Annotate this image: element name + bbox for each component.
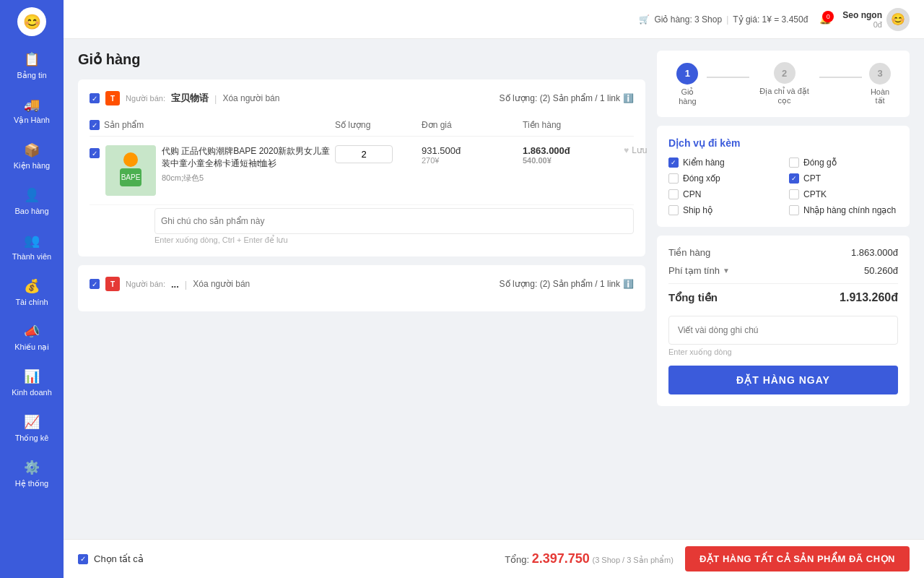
total-amount: 2.397.750	[532, 551, 590, 566]
cart-text: Giỏ hàng: 3 Shop	[654, 14, 722, 25]
step-2-circle: 2	[774, 62, 796, 84]
summary-note-input[interactable]	[668, 316, 898, 345]
quantity-input[interactable]	[335, 145, 393, 163]
header-total: Tiền hàng	[523, 120, 624, 130]
seller-name-2: ...	[171, 279, 179, 290]
main-wrapper: 🛒 Giỏ hàng: 3 Shop | Tỷ giá: 1¥ = 3.450đ…	[64, 0, 924, 578]
seller-row-2: ✓ T Người bán: ... | Xóa người bán Số lư…	[90, 277, 634, 291]
kiem-hang-checkbox[interactable]: ✓	[668, 158, 679, 168]
step-1-circle: 1	[676, 63, 698, 85]
cptk-checkbox[interactable]	[789, 189, 799, 199]
step-line-1	[707, 77, 749, 78]
sidebar-item-thong-ke[interactable]: 📈 Thống kê	[0, 406, 64, 452]
dong-xop-checkbox[interactable]	[668, 173, 679, 184]
delete-seller-btn-2[interactable]: Xóa người bán	[193, 279, 250, 289]
header-checkbox[interactable]: ✓	[90, 120, 100, 130]
heart-icon: ♥	[624, 145, 629, 155]
quantity-text-2: Số lượng: (2) Sản phẩm / 1 link	[500, 279, 620, 289]
step-3-label: Hoàn tất	[865, 87, 895, 105]
sidebar-item-kien-hang[interactable]: 📦 Kiện hàng	[0, 134, 64, 180]
tong-tien-row: Tổng tiền 1.913.260đ	[668, 291, 898, 304]
seller-2-checkbox[interactable]: ✓	[90, 279, 100, 289]
bottom-right: Tổng: 2.397.750 (3 Shop / 3 Sản phẩm) ĐẶ…	[505, 546, 910, 571]
kien-hang-icon: 📦	[24, 143, 40, 159]
step-1-label: Giỏ hàng	[671, 87, 704, 105]
cart-icon: 🛒	[639, 14, 650, 25]
header: 🛒 Giỏ hàng: 3 Shop | Tỷ giá: 1¥ = 3.450đ…	[64, 0, 924, 39]
service-ship-ho: Ship hộ	[668, 205, 777, 215]
sidebar-item-kinh-doanh[interactable]: 📊 Kinh doanh	[0, 361, 64, 406]
bottom-order-btn[interactable]: ĐẶT HÀNG TẤT CẢ SẢN PHẨM ĐÃ CHỌN	[685, 546, 910, 571]
taobao-icon-2: T	[105, 277, 120, 291]
step-1: 1 Giỏ hàng	[671, 63, 704, 105]
tai-chinh-icon: 💰	[24, 279, 40, 295]
product-checkbox[interactable]: ✓	[90, 148, 100, 158]
sidebar-item-bao-hang[interactable]: 👤 Bao hàng	[0, 179, 64, 225]
select-all-checkbox[interactable]: ✓	[78, 554, 88, 564]
sidebar-item-bang-tin[interactable]: 📋 Bảng tin	[0, 43, 64, 89]
step-3-circle: 3	[869, 63, 891, 85]
service-cpn: CPN	[668, 189, 777, 199]
bell-badge: 0	[822, 11, 834, 22]
sidebar-item-van-hanh[interactable]: 🚚 Vận Hành	[0, 89, 64, 134]
note-hint: Enter xuống dòng, Ctrl + Enter để lưu	[154, 236, 634, 245]
kinh-doanh-icon: 📊	[24, 369, 40, 385]
taobao-icon: T	[105, 91, 120, 105]
he-thong-icon: ⚙️	[24, 460, 40, 476]
info-icon-2[interactable]: ℹ️	[623, 279, 634, 289]
summary-note-hint: Enter xuống dòng	[668, 348, 898, 357]
product-name: 代购 正品代购潮牌BAPE 2020新款男女儿童装中童小童全棉卡通短袖t恤衫	[162, 145, 335, 170]
product-row: ✓ BAPE 代购 正品代购潮牌BAPE 2020新款男女儿	[90, 137, 634, 205]
user-info: Seo ngon 0đ 😊	[842, 8, 910, 31]
ship-ho-checkbox[interactable]	[668, 205, 679, 215]
unit-price-cell: 931.500đ 270¥	[422, 145, 523, 165]
content-area: Giỏ hàng ✓ T Người bán: 宝贝物语 | Xóa người…	[64, 39, 924, 539]
bottom-bar: ✓ Chọn tất cả Tổng: 2.397.750 (3 Shop / …	[64, 539, 924, 578]
notification-bell[interactable]: 🔔 0	[819, 14, 831, 25]
product-note-input[interactable]	[154, 208, 634, 234]
dong-go-checkbox[interactable]	[789, 158, 799, 168]
delete-seller-btn[interactable]: Xóa người bán	[222, 93, 279, 103]
sidebar-item-khieu-nai[interactable]: 📣 Khiếu nại	[0, 316, 64, 361]
van-hanh-icon: 🚚	[24, 98, 40, 113]
note-area: Enter xuống dòng, Ctrl + Enter để lưu	[90, 208, 634, 245]
thanh-vien-icon: 👥	[24, 233, 40, 249]
nhap-hang-checkbox[interactable]	[789, 205, 799, 215]
step-line-2	[819, 77, 862, 78]
sidebar-item-tai-chinh[interactable]: 💰 Tài chính	[0, 270, 64, 316]
seller-row: ✓ T Người bán: 宝贝物语 | Xóa người bán Số l…	[90, 91, 634, 105]
user-balance: 0đ	[842, 20, 882, 29]
service-dong-go: Đóng gỗ	[789, 158, 898, 168]
seller-checkbox[interactable]: ✓	[90, 93, 100, 103]
seller-name: 宝贝物语	[171, 92, 209, 105]
header-quantity: Số lượng	[335, 120, 422, 130]
svg-text:BAPE: BAPE	[121, 173, 141, 181]
tien-hang-row: Tiền hàng 1.863.000đ	[668, 247, 898, 258]
thong-ke-icon: 📈	[24, 415, 40, 431]
step-3: 3 Hoàn tất	[865, 63, 895, 105]
cpn-checkbox[interactable]	[668, 189, 679, 199]
svg-point-1	[123, 152, 138, 167]
service-nhap-hang: Nhập hàng chính ngạch	[789, 205, 898, 215]
summary-box: Tiền hàng 1.863.000đ Phí tạm tính ▼ 50.2…	[657, 236, 910, 406]
sidebar-item-he-thong[interactable]: ⚙️ Hệ thống	[0, 452, 64, 497]
seller-left-2: ✓ T Người bán: ... | Xóa người bán	[90, 277, 250, 291]
order-now-btn[interactable]: ĐẶT HÀNG NGAY	[668, 366, 898, 394]
user-avatar[interactable]: 😊	[886, 8, 910, 31]
total-price-cell: 1.863.000đ 540.00¥	[523, 145, 624, 165]
cart-section-2-partial: ✓ T Người bán: ... | Xóa người bán Số lư…	[78, 265, 645, 311]
step-2-label: Địa chỉ và đặt cọc	[752, 87, 816, 105]
page-title: Giỏ hàng	[78, 51, 645, 68]
phi-tam-tinh-dropdown[interactable]: ▼	[723, 267, 730, 275]
tong-tien-label: Tổng tiền	[668, 291, 718, 304]
left-panel: Giỏ hàng ✓ T Người bán: 宝贝物语 | Xóa người…	[78, 51, 645, 527]
sidebar-item-thanh-vien[interactable]: 👥 Thành viên	[0, 225, 64, 270]
phi-tam-tinh-row: Phí tạm tính ▼ 50.260đ	[668, 265, 898, 276]
info-icon[interactable]: ℹ️	[623, 93, 634, 103]
tien-hang-value: 1.863.000đ	[851, 247, 898, 258]
cpt-checkbox[interactable]: ✓	[789, 173, 799, 184]
product-cell-name: ✓ BAPE 代购 正品代购潮牌BAPE 2020新款男女儿	[90, 145, 335, 196]
step-2: 2 Địa chỉ và đặt cọc	[752, 62, 816, 105]
logo[interactable]: 😊	[0, 0, 64, 43]
right-panel: 1 Giỏ hàng 2 Địa chỉ và đặt cọc	[657, 51, 910, 527]
